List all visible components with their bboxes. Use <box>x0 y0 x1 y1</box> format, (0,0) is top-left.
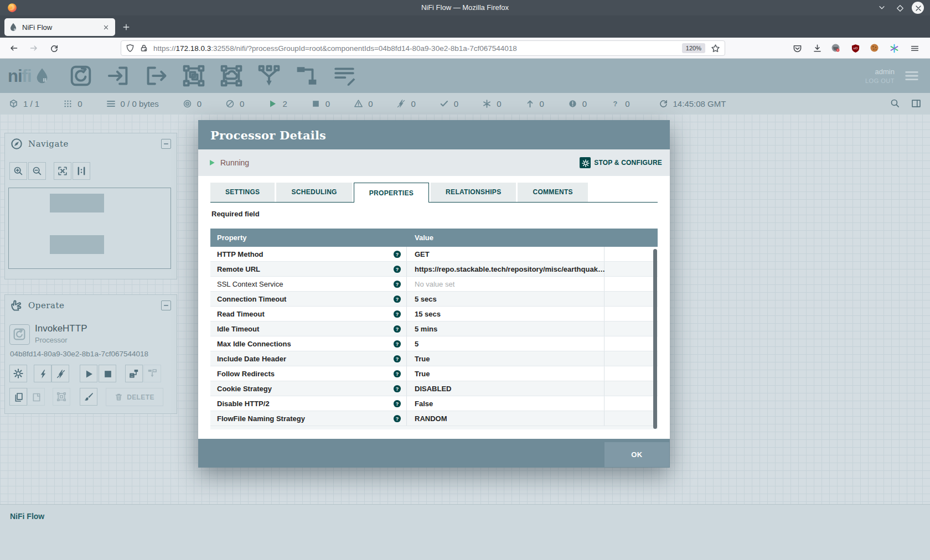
svg-text:?: ? <box>396 251 399 257</box>
property-value: DISABLED <box>407 381 604 396</box>
property-row: FlowFile Naming Strategy?RANDOM <box>210 411 658 426</box>
property-value: 5 <box>407 336 604 351</box>
property-row: Idle Timeout?5 mins <box>210 322 658 336</box>
help-icon[interactable]: ? <box>393 265 401 273</box>
property-name: Connection Timeout <box>217 295 286 303</box>
property-value: True <box>407 351 604 366</box>
svg-text:?: ? <box>396 386 399 391</box>
window-title: NiFi Flow — Mozilla Firefox <box>0 0 930 15</box>
help-icon[interactable]: ? <box>393 400 401 408</box>
extension-cookie-icon[interactable] <box>868 42 881 55</box>
dialog-header: Processor Details <box>198 120 670 149</box>
url-text: https://172.18.0.3:32558/nifi/?processGr… <box>153 44 678 53</box>
required-field-note: Required field <box>211 210 260 218</box>
property-row: Read Timeout?15 secs <box>210 307 658 322</box>
running-status-icon <box>208 159 216 167</box>
help-icon[interactable]: ? <box>393 340 401 348</box>
help-icon[interactable]: ? <box>393 310 401 318</box>
tab-relationships[interactable]: RELATIONSHIPS <box>431 183 516 202</box>
property-value: RANDOM <box>407 411 604 426</box>
property-value: 5 mins <box>407 322 604 336</box>
property-row: Connection Timeout?5 secs <box>210 292 658 307</box>
tab-comments[interactable]: COMMENTS <box>518 183 587 202</box>
menu-button[interactable] <box>908 42 921 55</box>
svg-text:?: ? <box>396 356 399 361</box>
value-column-header: Value <box>407 234 604 242</box>
help-icon[interactable]: ? <box>393 295 401 303</box>
extension-mask-icon[interactable] <box>829 42 843 55</box>
property-value: 5 secs <box>407 292 604 306</box>
property-row: Include Date Header?True <box>210 351 658 366</box>
property-row: Follow Redirects?True <box>210 366 658 381</box>
forward-button[interactable] <box>27 41 41 55</box>
property-row-partial <box>210 426 658 429</box>
downloads-button[interactable] <box>810 42 824 55</box>
property-name: Disable HTTP/2 <box>217 400 270 408</box>
property-name: Idle Timeout <box>217 325 259 333</box>
lock-warning-icon[interactable] <box>140 44 148 53</box>
extension-sparkle-icon[interactable] <box>887 42 901 55</box>
table-header: Property Value <box>210 229 658 247</box>
help-icon[interactable]: ? <box>393 385 401 393</box>
url-bar[interactable]: https://172.18.0.3:32558/nifi/?processGr… <box>121 40 725 56</box>
svg-text:?: ? <box>396 311 399 317</box>
help-icon[interactable]: ? <box>393 370 401 378</box>
tracking-shield-icon[interactable] <box>126 44 135 53</box>
property-name: Follow Redirects <box>217 370 275 378</box>
svg-text:?: ? <box>396 416 399 421</box>
browser-tab-strip: NiFi Flow <box>0 15 930 38</box>
svg-text:?: ? <box>396 371 399 376</box>
minimize-button[interactable] <box>876 2 888 14</box>
property-row: Disable HTTP/2?False <box>210 396 658 411</box>
tab-properties[interactable]: PROPERTIES <box>354 183 429 203</box>
close-button[interactable] <box>912 2 924 14</box>
property-row: HTTP Method?GET <box>210 247 658 262</box>
back-button[interactable] <box>7 41 21 55</box>
tab-scheduling[interactable]: SCHEDULING <box>276 183 352 202</box>
nifi-page: nifi admin LOG OUT 1 / 100 / 0 bytes0020… <box>0 59 930 560</box>
zoom-level-badge[interactable]: 120% <box>682 43 705 53</box>
tab-settings[interactable]: SETTINGS <box>210 183 275 202</box>
gear-icon <box>580 157 591 168</box>
svg-text:?: ? <box>396 266 399 272</box>
property-name: Remote URL <box>217 265 260 273</box>
property-value: No value set <box>407 277 604 291</box>
property-name: SSL Context Service <box>217 280 283 288</box>
stop-and-configure-button[interactable]: STOP & CONFIGURE <box>580 157 662 168</box>
browser-toolbar: https://172.18.0.3:32558/nifi/?processGr… <box>0 38 930 59</box>
help-icon[interactable]: ? <box>393 280 401 288</box>
svg-text:?: ? <box>396 341 399 346</box>
browser-tab[interactable]: NiFi Flow <box>4 18 115 36</box>
extension-ublock-icon[interactable]: uO <box>849 42 862 55</box>
svg-text:?: ? <box>396 296 399 302</box>
dialog-title: Processor Details <box>210 120 326 149</box>
property-row: SSL Context Service?No value set <box>210 277 658 292</box>
property-value: 15 secs <box>407 307 604 321</box>
property-row: Cookie Strategy?DISABLED <box>210 381 658 396</box>
table-scrollbar[interactable] <box>653 249 657 429</box>
property-value: https://repo.stackable.tech/repository/m… <box>407 262 604 276</box>
property-name: Max Idle Connections <box>217 340 291 348</box>
processor-details-dialog: Processor Details Running STOP & CONFIGU… <box>198 120 670 468</box>
property-name: FlowFile Naming Strategy <box>217 414 305 423</box>
bookmark-star-button[interactable] <box>711 44 720 53</box>
tab-close-icon[interactable] <box>101 22 111 32</box>
property-value: GET <box>407 247 604 261</box>
ok-button[interactable]: OK <box>604 442 669 467</box>
property-value: False <box>407 396 604 411</box>
property-name: Include Date Header <box>217 355 286 363</box>
reload-button[interactable] <box>46 41 61 55</box>
property-row: Remote URL?https://repo.stackable.tech/r… <box>210 262 658 277</box>
new-tab-button[interactable] <box>120 20 133 34</box>
help-icon[interactable]: ? <box>393 325 401 333</box>
dialog-status-row: Running STOP & CONFIGURE <box>198 149 670 176</box>
run-status-label: Running <box>220 158 249 167</box>
help-icon[interactable]: ? <box>393 414 401 423</box>
svg-text:uO: uO <box>853 46 857 50</box>
tab-title: NiFi Flow <box>22 23 101 32</box>
pocket-button[interactable] <box>790 42 804 55</box>
tab-favicon <box>9 23 18 32</box>
help-icon[interactable]: ? <box>393 250 401 258</box>
help-icon[interactable]: ? <box>393 355 401 363</box>
maximize-button[interactable] <box>893 2 906 14</box>
